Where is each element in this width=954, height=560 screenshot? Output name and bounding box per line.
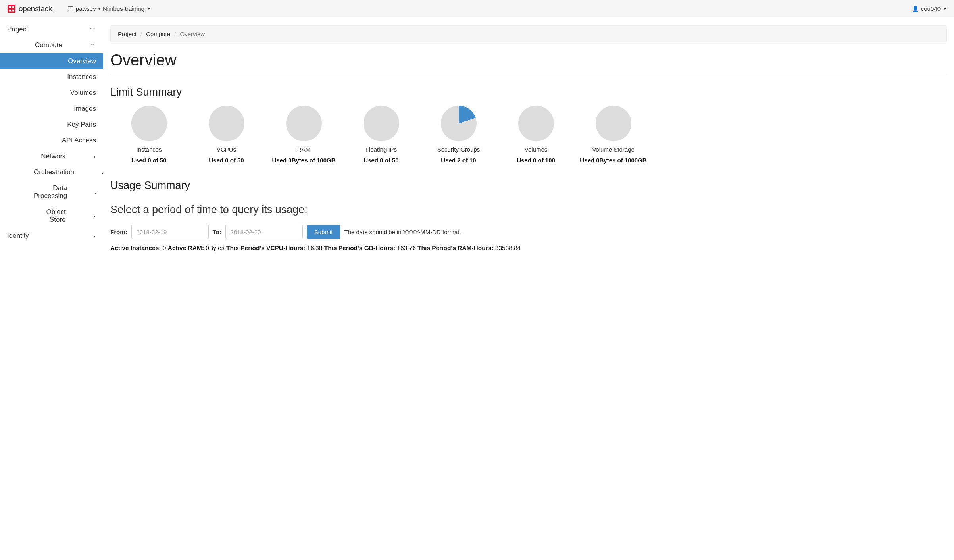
project-icon xyxy=(68,6,73,11)
caret-down-icon xyxy=(943,8,947,10)
limit-label: Volume Storage xyxy=(575,146,652,153)
brand-text: openstack xyxy=(19,4,52,13)
usage-pie-icon xyxy=(518,106,554,141)
crumb-compute[interactable]: Compute xyxy=(146,31,170,37)
nav-overview[interactable]: Overview xyxy=(0,53,103,69)
nav-instances[interactable]: Instances xyxy=(0,69,103,85)
vcpu-hours-label: This Period's VCPU-Hours: xyxy=(226,244,305,251)
to-input[interactable] xyxy=(225,225,303,239)
breadcrumb: Project / Compute / Overview xyxy=(110,25,947,42)
active-instances-label: Active Instances: xyxy=(110,244,161,251)
usage-pie-icon xyxy=(131,106,167,141)
limit-item: VCPUsUsed 0 of 50 xyxy=(188,106,265,164)
usage-summary-title: Usage Summary xyxy=(110,179,947,192)
brand-dot: . xyxy=(55,6,57,12)
user-menu[interactable]: 👤 cou040 xyxy=(912,5,947,12)
limit-item: VolumesUsed 0 of 100 xyxy=(497,106,575,164)
usage-pie-icon xyxy=(596,106,631,141)
usage-pie-icon xyxy=(364,106,399,141)
ram-hours-value: 33538.84 xyxy=(495,244,521,251)
page-title: Overview xyxy=(110,51,947,69)
chevron-right-icon: › xyxy=(94,233,95,239)
nav-identity[interactable]: Identity › xyxy=(0,228,103,244)
limit-label: RAM xyxy=(265,146,342,153)
picker-sep: • xyxy=(98,5,100,12)
limit-usage: Used 0Bytes of 100GB xyxy=(265,157,342,164)
nav-api-access[interactable]: API Access xyxy=(0,133,103,148)
nav-data-processing[interactable]: Data Processing › xyxy=(0,180,103,204)
caret-down-icon xyxy=(147,8,151,10)
user-icon: 👤 xyxy=(912,6,919,12)
username: cou040 xyxy=(921,5,941,12)
limit-usage: Used 0 of 50 xyxy=(342,157,420,164)
project-picker[interactable]: pawsey • Nimbus-training xyxy=(68,5,151,12)
limit-label: Security Groups xyxy=(420,146,497,153)
date-range-form: From: To: Submit The date should be in Y… xyxy=(110,225,947,239)
crumb-current: Overview xyxy=(180,31,205,37)
nav-key-pairs[interactable]: Key Pairs xyxy=(0,117,103,133)
usage-stats: Active Instances: 0 Active RAM: 0Bytes T… xyxy=(110,244,947,252)
limit-usage: Used 0 of 50 xyxy=(110,157,188,164)
chevron-right-icon: › xyxy=(94,213,95,219)
from-input[interactable] xyxy=(131,225,209,239)
brand-logo[interactable]: openstack. xyxy=(7,4,57,13)
active-instances-value: 0 xyxy=(163,244,166,251)
sidebar: Project ﹀ Compute ﹀ Overview Instances V… xyxy=(0,17,103,260)
ram-hours-label: This Period's RAM-Hours: xyxy=(417,244,493,251)
nav-network[interactable]: Network › xyxy=(0,148,103,164)
date-hint: The date should be in YYYY-MM-DD format. xyxy=(344,229,461,235)
crumb-project[interactable]: Project xyxy=(118,31,137,37)
limit-summary-title: Limit Summary xyxy=(110,86,947,98)
limit-label: Floating IPs xyxy=(342,146,420,153)
chevron-right-icon: › xyxy=(95,189,96,195)
limit-item: Security GroupsUsed 2 of 10 xyxy=(420,106,497,164)
from-label: From: xyxy=(110,229,127,235)
usage-pie-icon xyxy=(209,106,244,141)
vcpu-hours-value: 16.38 xyxy=(307,244,323,251)
openstack-icon xyxy=(7,4,16,13)
limit-item: Floating IPsUsed 0 of 50 xyxy=(342,106,420,164)
chevron-down-icon: ﹀ xyxy=(90,42,95,49)
limit-label: Volumes xyxy=(497,146,575,153)
project-name: Nimbus-training xyxy=(103,5,144,12)
limit-label: Instances xyxy=(110,146,188,153)
limit-usage: Used 2 of 10 xyxy=(420,157,497,164)
topbar: openstack. pawsey • Nimbus-training 👤 co… xyxy=(0,0,954,17)
main-content: Project / Compute / Overview Overview Li… xyxy=(103,17,954,260)
to-label: To: xyxy=(213,229,221,235)
nav-compute[interactable]: Compute ﹀ xyxy=(0,37,103,53)
nav-volumes[interactable]: Volumes xyxy=(0,85,103,101)
chevron-down-icon: ﹀ xyxy=(90,26,95,33)
divider xyxy=(110,75,947,75)
nav-images[interactable]: Images xyxy=(0,101,103,117)
submit-button[interactable]: Submit xyxy=(307,225,340,239)
nav-object-store[interactable]: Object Store › xyxy=(0,204,103,228)
usage-pie-icon xyxy=(441,106,477,141)
limit-summary: InstancesUsed 0 of 50VCPUsUsed 0 of 50RA… xyxy=(110,106,947,171)
limit-usage: Used 0 of 50 xyxy=(188,157,265,164)
chevron-right-icon: › xyxy=(94,154,95,160)
gb-hours-value: 163.76 xyxy=(397,244,415,251)
query-title: Select a period of time to query its usa… xyxy=(110,204,947,216)
limit-label: VCPUs xyxy=(188,146,265,153)
active-ram-value: 0Bytes xyxy=(206,244,224,251)
svg-rect-3 xyxy=(11,6,12,11)
gb-hours-label: This Period's GB-Hours: xyxy=(324,244,395,251)
usage-pie-icon xyxy=(286,106,322,141)
limit-item: Volume StorageUsed 0Bytes of 1000GB xyxy=(575,106,652,164)
active-ram-label: Active RAM: xyxy=(168,244,204,251)
limit-usage: Used 0 of 100 xyxy=(497,157,575,164)
limit-item: RAMUsed 0Bytes of 100GB xyxy=(265,106,342,164)
limit-item: InstancesUsed 0 of 50 xyxy=(110,106,188,164)
limit-usage: Used 0Bytes of 1000GB xyxy=(575,157,652,164)
nav-project[interactable]: Project ﹀ xyxy=(0,21,103,37)
org-name: pawsey xyxy=(76,5,96,12)
nav-orchestration[interactable]: Orchestration › xyxy=(0,164,103,180)
